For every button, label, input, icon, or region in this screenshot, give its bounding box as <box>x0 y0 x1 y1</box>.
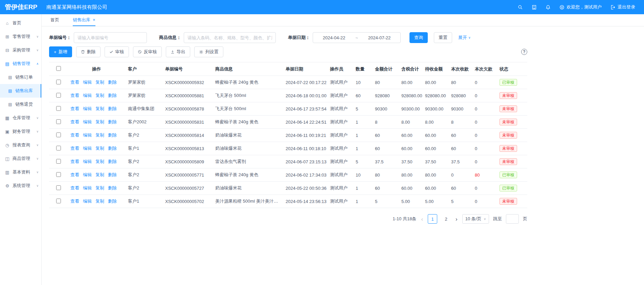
row-delete-link[interactable]: 删除 <box>108 159 117 164</box>
copy-link[interactable]: 复制 <box>95 119 104 124</box>
select-all-checkbox[interactable] <box>56 66 61 71</box>
row-delete-link[interactable]: 删除 <box>108 119 117 124</box>
reset-button[interactable]: 重置 <box>434 32 452 43</box>
building-icon[interactable] <box>532 5 537 10</box>
copy-link[interactable]: 复制 <box>95 159 104 164</box>
row-checkbox[interactable] <box>56 80 61 84</box>
view-link[interactable]: 查看 <box>70 93 79 98</box>
edit-link[interactable]: 编辑 <box>83 106 92 111</box>
page-button-1[interactable]: 1 <box>428 214 437 224</box>
copy-link[interactable]: 复制 <box>95 172 104 177</box>
edit-link[interactable]: 编辑 <box>83 133 92 138</box>
sidebar-item-sales[interactable]: ▤ 销售管理 ∧ <box>0 57 41 70</box>
copy-link[interactable]: 复制 <box>95 199 104 204</box>
row-delete-link[interactable]: 删除 <box>108 93 117 98</box>
copy-link[interactable]: 复制 <box>95 133 104 138</box>
copy-link[interactable]: 复制 <box>95 185 104 190</box>
help-icon[interactable]: ? <box>521 49 527 55</box>
view-link[interactable]: 查看 <box>70 146 79 151</box>
edit-link[interactable]: 编辑 <box>83 146 92 151</box>
row-checkbox[interactable] <box>56 146 61 150</box>
row-checkbox[interactable] <box>56 199 61 203</box>
product-info-input[interactable] <box>184 32 276 43</box>
sidebar-item-sales-outbound[interactable]: ▤ 销售出库 <box>0 84 41 98</box>
next-page-button[interactable]: › <box>455 216 458 222</box>
delete-button[interactable]: 删除 <box>76 46 101 57</box>
tab-home[interactable]: 首页 <box>50 14 59 26</box>
view-link[interactable]: 查看 <box>70 172 79 177</box>
row-delete-link[interactable]: 删除 <box>108 185 117 190</box>
edit-link[interactable]: 编辑 <box>83 159 92 164</box>
page-size-select[interactable]: 10 条/页 ∨ <box>462 214 489 224</box>
status-badge: 已审核 <box>499 79 517 86</box>
tab-sales-outbound[interactable]: 销售出库 × <box>73 14 95 26</box>
sidebar-item-label: 仓库管理 <box>13 115 30 121</box>
edit-link[interactable]: 编辑 <box>83 80 92 85</box>
row-checkbox[interactable] <box>56 93 61 98</box>
row-delete-link[interactable]: 删除 <box>108 80 117 85</box>
row-checkbox[interactable] <box>56 119 61 124</box>
search-button[interactable]: 查询 <box>409 32 428 43</box>
row-delete-link[interactable]: 删除 <box>108 146 117 151</box>
logout-button[interactable]: 退出登录 <box>610 4 635 10</box>
sidebar-subitem-label: 销售订单 <box>15 74 33 80</box>
view-link[interactable]: 查看 <box>70 119 79 124</box>
date-start[interactable]: 2024-04-22 <box>323 35 346 40</box>
approve-button[interactable]: 审核 <box>105 46 129 57</box>
user-smiley-icon <box>559 5 564 10</box>
prev-page-button[interactable]: ‹ <box>420 216 424 222</box>
row-checkbox[interactable] <box>56 106 61 111</box>
sidebar-item-purchase[interactable]: ⊟ 采购管理 ∨ <box>0 43 41 57</box>
view-link[interactable]: 查看 <box>70 106 79 111</box>
view-link[interactable]: 查看 <box>70 185 79 190</box>
sidebar-item-products[interactable]: ◫ 商品管理 ∨ <box>0 152 41 165</box>
jump-page-input[interactable] <box>506 214 519 224</box>
row-checkbox[interactable] <box>56 185 61 190</box>
column-settings-button[interactable]: 列设置 <box>194 46 223 57</box>
search-icon[interactable] <box>518 5 523 10</box>
copy-link[interactable]: 复制 <box>95 93 104 98</box>
add-button[interactable]: + 新增 <box>49 46 72 57</box>
copy-link[interactable]: 复制 <box>95 80 104 85</box>
row-delete-link[interactable]: 删除 <box>108 199 117 204</box>
expand-link[interactable]: 展开 ∨ <box>458 35 471 41</box>
sidebar-item-sales-return[interactable]: ▤ 销售退货 <box>0 98 41 111</box>
welcome-user[interactable]: 欢迎您，测试用户 <box>559 4 602 10</box>
view-link[interactable]: 查看 <box>70 80 79 85</box>
date-range-picker[interactable]: 2024-04-22 ~ 2024-07-22 <box>313 32 401 43</box>
copy-link[interactable]: 复制 <box>95 106 104 111</box>
sidebar-item-finance[interactable]: ▣ 财务管理 ∨ <box>0 125 41 138</box>
copy-link[interactable]: 复制 <box>95 146 104 151</box>
unapprove-button[interactable]: 反审核 <box>133 46 162 57</box>
sidebar-item-home[interactable]: ⌂ 首页 <box>0 16 41 30</box>
edit-link[interactable]: 编辑 <box>83 172 92 177</box>
sidebar-item-warehouse[interactable]: ▦ 仓库管理 ∨ <box>0 111 41 125</box>
date-end[interactable]: 2024-07-22 <box>368 35 391 40</box>
bell-icon[interactable] <box>546 5 551 10</box>
page-button-2[interactable]: 2 <box>441 214 451 224</box>
sidebar-item-reports[interactable]: ◷ 报表查询 ∨ <box>0 138 41 152</box>
chevron-down-icon: ∨ <box>36 170 39 174</box>
edit-link[interactable]: 编辑 <box>83 185 92 190</box>
row-delete-link[interactable]: 删除 <box>108 133 117 138</box>
row-delete-link[interactable]: 删除 <box>108 106 117 111</box>
view-link[interactable]: 查看 <box>70 199 79 204</box>
row-delete-link[interactable]: 删除 <box>108 172 117 177</box>
table-row: 查看编辑复制删除 客户2002 XSCK00000005831 蜂蜜柚子茶 24… <box>49 116 527 129</box>
row-checkbox[interactable] <box>56 159 61 164</box>
export-button[interactable]: 导出 <box>166 46 190 57</box>
sidebar-item-sales-order[interactable]: ▤ 销售订单 <box>0 70 41 84</box>
edit-link[interactable]: 编辑 <box>83 93 92 98</box>
sidebar-item-system[interactable]: ⚙ 系统管理 ∨ <box>0 179 41 192</box>
view-link[interactable]: 查看 <box>70 159 79 164</box>
view-link[interactable]: 查看 <box>70 133 79 138</box>
sidebar-item-retail[interactable]: ⊞ 零售管理 ∨ <box>0 30 41 43</box>
close-icon[interactable]: × <box>93 17 95 22</box>
row-checkbox[interactable] <box>56 133 61 137</box>
chevron-up-icon: ∧ <box>36 62 39 65</box>
order-no-input[interactable] <box>74 32 147 43</box>
sidebar-item-basic-data[interactable]: ▥ 基本资料 ∨ <box>0 165 41 179</box>
edit-link[interactable]: 编辑 <box>83 119 92 124</box>
edit-link[interactable]: 编辑 <box>83 199 92 204</box>
row-checkbox[interactable] <box>56 172 61 177</box>
